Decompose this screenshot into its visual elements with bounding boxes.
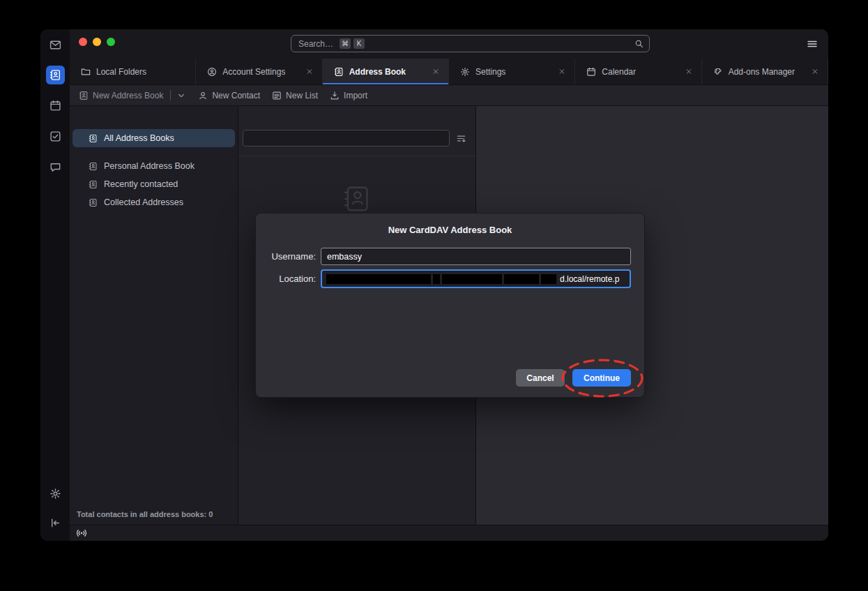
- tab-close-button[interactable]: [304, 66, 315, 77]
- continue-button[interactable]: Continue: [572, 369, 631, 387]
- space-mail-button[interactable]: [45, 35, 65, 54]
- new-contact-label: New Contact: [212, 91, 260, 100]
- close-icon: [557, 68, 567, 75]
- new-list-button[interactable]: New List: [272, 91, 318, 100]
- close-icon: [810, 68, 820, 75]
- new-list-label: New List: [286, 91, 318, 100]
- space-chat-button[interactable]: [45, 157, 65, 177]
- import-button[interactable]: Import: [330, 91, 367, 100]
- close-icon: [431, 68, 441, 75]
- spaces-collapse-button[interactable]: [45, 513, 65, 532]
- tab-label: Address Book: [349, 67, 406, 77]
- mail-icon: [50, 39, 61, 51]
- address-book-icon: [89, 198, 98, 207]
- contacts-search-row: [238, 106, 475, 156]
- folder-icon: [81, 67, 91, 77]
- sidebar-item-recently-contacted[interactable]: Recently contacted: [73, 175, 235, 193]
- total-contacts-status: Total contacts in all address books: 0: [77, 510, 213, 518]
- puzzle-icon: [713, 67, 723, 77]
- tab-label: Settings: [475, 67, 505, 77]
- tab-bar: Local Folders Account Settings Address B…: [70, 59, 828, 85]
- traffic-lights: [79, 38, 115, 46]
- close-window-button[interactable]: [79, 38, 87, 46]
- username-label: Username:: [268, 251, 316, 262]
- dialog-buttons: Cancel Continue: [516, 369, 631, 387]
- tab-close-button[interactable]: [809, 66, 821, 77]
- close-icon: [684, 68, 694, 75]
- sidebar-item-label: Recently contacted: [104, 179, 178, 189]
- tab-close-button[interactable]: [556, 66, 568, 77]
- network-status-icon: [76, 528, 87, 539]
- address-book-icon: [89, 180, 98, 189]
- cmd-key-badge: ⌘: [340, 38, 351, 49]
- spaces-settings-button[interactable]: [45, 484, 65, 503]
- username-row: Username:: [268, 248, 631, 265]
- tab-addons-manager[interactable]: Add-ons Manager: [702, 59, 828, 84]
- redaction-bar: [442, 274, 502, 284]
- sidebar-item-collected-addresses[interactable]: Collected Addresses: [73, 193, 235, 211]
- titlebar: Search… ⌘ K: [70, 29, 828, 59]
- sidebar-item-label: All Address Books: [104, 133, 174, 143]
- tab-settings[interactable]: Settings: [449, 59, 575, 84]
- status-bar: [70, 525, 828, 541]
- new-address-book-label: New Address Book: [93, 91, 163, 100]
- tab-label: Local Folders: [96, 67, 146, 77]
- space-address-book-button[interactable]: [46, 66, 65, 84]
- location-input[interactable]: d.local/remote.p: [321, 269, 631, 288]
- spaces-toolbar: [40, 29, 70, 541]
- redaction-bar: [433, 274, 440, 284]
- hamburger-icon: [807, 38, 818, 50]
- global-search-input[interactable]: Search… ⌘ K: [291, 35, 650, 52]
- sidebar-item-label: Collected Addresses: [104, 197, 183, 207]
- spaces-spacer: [45, 188, 65, 484]
- collapse-icon: [50, 517, 61, 529]
- address-books-pane: All Address Books Personal Address Book …: [70, 106, 238, 525]
- cancel-button[interactable]: Cancel: [516, 369, 565, 387]
- minimize-window-button[interactable]: [93, 38, 101, 46]
- tab-label: Calendar: [602, 67, 636, 77]
- sidebar-item-personal-address-book[interactable]: Personal Address Book: [73, 157, 235, 175]
- address-book-icon: [89, 162, 98, 171]
- calendar-icon: [50, 100, 61, 112]
- space-tasks-button[interactable]: [45, 126, 65, 146]
- tab-label: Account Settings: [222, 67, 285, 77]
- carddav-dialog: New CardDAV Address Book Username: Locat…: [255, 213, 645, 398]
- sidebar-item-all-address-books[interactable]: All Address Books: [73, 129, 235, 147]
- tab-address-book[interactable]: Address Book: [323, 59, 449, 84]
- redaction-bar: [326, 274, 431, 284]
- address-book-icon: [334, 67, 344, 77]
- list-icon: [272, 91, 282, 100]
- tab-calendar[interactable]: Calendar: [575, 59, 701, 84]
- display-options-button[interactable]: [456, 133, 466, 144]
- account-icon: [207, 67, 217, 77]
- address-book-icon: [50, 69, 61, 81]
- close-icon: [305, 68, 314, 75]
- tab-local-folders[interactable]: Local Folders: [70, 59, 196, 84]
- tab-close-button[interactable]: [430, 66, 441, 77]
- import-label: Import: [344, 91, 367, 100]
- new-address-book-button[interactable]: New Address Book: [79, 90, 186, 100]
- tab-account-settings[interactable]: Account Settings: [196, 59, 322, 84]
- new-contact-button[interactable]: New Contact: [198, 91, 260, 100]
- screen: Search… ⌘ K Local Folders: [0, 0, 868, 591]
- import-icon: [330, 91, 340, 100]
- gear-icon: [50, 488, 61, 500]
- space-calendar-button[interactable]: [45, 96, 65, 115]
- redaction-bar: [541, 274, 556, 284]
- calendar-icon: [586, 67, 596, 77]
- tab-close-button[interactable]: [683, 66, 694, 77]
- gear-icon: [460, 67, 470, 77]
- address-book-icon: [89, 134, 98, 143]
- address-book-icon: [79, 91, 89, 100]
- location-visible-text: d.local/remote.p: [560, 274, 619, 284]
- username-input[interactable]: [321, 248, 631, 265]
- chevron-down-icon: [176, 91, 186, 100]
- address-book-toolbar: New Address Book New Contact New List Im…: [70, 85, 828, 106]
- k-key-badge: K: [353, 38, 365, 49]
- location-label: Location:: [268, 274, 316, 284]
- sidebar-item-label: Personal Address Book: [104, 161, 195, 171]
- contacts-search-input[interactable]: [243, 130, 450, 147]
- app-menu-button[interactable]: [807, 38, 818, 50]
- empty-contacts-icon: [342, 184, 372, 216]
- zoom-window-button[interactable]: [107, 38, 115, 46]
